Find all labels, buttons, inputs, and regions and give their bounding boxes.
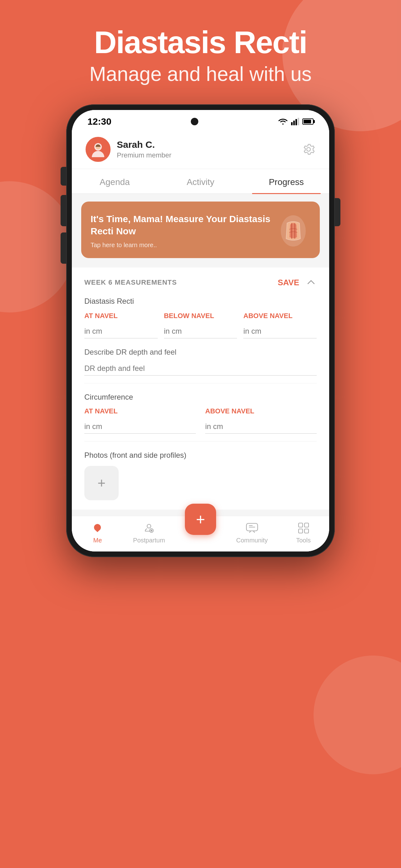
- app-title: Diastasis Recti: [0, 25, 401, 59]
- fab-plus-icon: +: [196, 512, 205, 527]
- banner-card[interactable]: It's Time, Mama! Measure Your Diastasis …: [81, 202, 320, 258]
- nav-postpartum[interactable]: Postpartum: [123, 522, 175, 544]
- dr-depth-input[interactable]: [84, 362, 317, 376]
- diastasis-columns: AT NAVEL BELOW NAVEL ABOVE NAVEL: [84, 312, 317, 338]
- user-header: Sarah C. Premium member: [72, 130, 329, 169]
- svg-rect-13: [304, 529, 308, 533]
- volume-up-button: [61, 195, 66, 226]
- wifi-icon: [278, 118, 288, 125]
- tab-progress[interactable]: Progress: [243, 169, 329, 193]
- status-bar: 12:30: [72, 110, 329, 130]
- battery-icon: [302, 118, 313, 125]
- fab-container: +: [185, 504, 216, 535]
- at-navel-input[interactable]: [84, 324, 158, 338]
- settings-icon[interactable]: [302, 143, 315, 156]
- signal-icon: [291, 118, 299, 125]
- phone-screen: 12:30: [72, 110, 329, 552]
- svg-rect-10: [299, 523, 303, 527]
- describe-label: Describe DR depth and feel: [84, 348, 317, 356]
- at-navel-label: AT NAVEL: [84, 312, 158, 320]
- bottom-nav: + Me: [72, 516, 329, 552]
- circ-above-navel-input[interactable]: [205, 420, 317, 434]
- add-photo-icon: +: [97, 475, 106, 491]
- nav-me[interactable]: Me: [72, 522, 123, 544]
- circumference-section: Circumference AT NAVEL ABOVE NAVEL: [84, 393, 317, 434]
- content-area: It's Time, Mama! Measure Your Diastasis …: [72, 194, 329, 516]
- nav-tools[interactable]: Tools: [278, 522, 329, 544]
- photos-label: Photos (front and side profiles): [84, 451, 317, 460]
- section-header: WEEK 6 MEASUREMENTS SAVE: [84, 277, 317, 288]
- circumference-label: Circumference: [84, 393, 317, 402]
- camera-notch: [191, 118, 198, 125]
- svg-rect-1: [293, 121, 295, 125]
- banner-text: It's Time, Mama! Measure Your Diastasis …: [91, 213, 271, 249]
- app-subtitle: Manage and heal with us: [0, 62, 401, 86]
- measurements-section: WEEK 6 MEASUREMENTS SAVE Diastasis: [72, 268, 329, 509]
- section-actions: SAVE: [278, 277, 317, 288]
- section-title: WEEK 6 MEASUREMENTS: [84, 278, 177, 286]
- at-navel-col: AT NAVEL: [84, 312, 158, 338]
- bg-decoration-bottom-right: [313, 655, 401, 774]
- circ-above-navel-col: ABOVE NAVEL: [205, 407, 317, 434]
- circumference-columns: AT NAVEL ABOVE NAVEL: [84, 407, 317, 434]
- circ-at-navel-label: AT NAVEL: [84, 407, 196, 415]
- above-navel-label: ABOVE NAVEL: [243, 312, 317, 320]
- diastasis-label: Diastasis Recti: [84, 297, 317, 306]
- power-button: [335, 198, 340, 226]
- user-role: Premium member: [117, 151, 171, 159]
- svg-rect-3: [298, 118, 299, 125]
- circ-above-navel-label: ABOVE NAVEL: [205, 407, 317, 415]
- nav-community-icon: [245, 522, 259, 534]
- divider-2: [84, 441, 317, 441]
- nav-tools-icon: [297, 522, 310, 534]
- user-name: Sarah C.: [117, 140, 171, 150]
- anatomy-image: [276, 214, 310, 248]
- divider-1: [84, 383, 317, 383]
- phone-mockup: 12:30: [0, 104, 401, 557]
- banner-title: It's Time, Mama! Measure Your Diastasis …: [91, 213, 271, 237]
- above-navel-input[interactable]: [243, 324, 317, 338]
- banner-subtitle: Tap here to learn more..: [91, 242, 271, 249]
- svg-rect-11: [304, 523, 308, 527]
- photos-section: Photos (front and side profiles) +: [84, 451, 317, 500]
- app-screen: Sarah C. Premium member Agenda: [72, 130, 329, 552]
- status-time: 12:30: [88, 116, 111, 127]
- circ-at-navel-input[interactable]: [84, 420, 196, 434]
- circ-at-navel-col: AT NAVEL: [84, 407, 196, 434]
- nav-me-label: Me: [93, 537, 102, 544]
- avatar: [86, 137, 110, 162]
- tab-agenda[interactable]: Agenda: [72, 169, 158, 193]
- fab-button[interactable]: +: [185, 504, 216, 535]
- below-navel-label: BELOW NAVEL: [164, 312, 237, 320]
- svg-rect-12: [299, 529, 303, 533]
- tabs-row: Agenda Activity Progress: [72, 169, 329, 194]
- tab-activity[interactable]: Activity: [158, 169, 244, 193]
- nav-community-label: Community: [236, 537, 268, 544]
- svg-rect-2: [295, 119, 297, 125]
- below-navel-input[interactable]: [164, 324, 237, 338]
- silent-button: [61, 167, 66, 186]
- nav-postpartum-icon: [142, 522, 156, 534]
- nav-tools-label: Tools: [296, 537, 311, 544]
- user-info: Sarah C. Premium member: [86, 137, 171, 162]
- phone-outer: 12:30: [66, 104, 335, 557]
- svg-point-7: [147, 524, 151, 528]
- status-icons: [278, 118, 313, 125]
- volume-down-button: [61, 232, 66, 264]
- collapse-button[interactable]: [305, 277, 317, 288]
- nav-me-icon: [91, 522, 104, 534]
- save-button[interactable]: SAVE: [278, 278, 299, 287]
- header-section: Diastasis Recti Manage and heal with us: [0, 0, 401, 104]
- svg-rect-0: [291, 122, 293, 125]
- nav-postpartum-label: Postpartum: [133, 537, 165, 544]
- below-navel-col: BELOW NAVEL: [164, 312, 237, 338]
- user-details: Sarah C. Premium member: [117, 140, 171, 159]
- add-photo-button[interactable]: +: [84, 466, 119, 500]
- above-navel-col: ABOVE NAVEL: [243, 312, 317, 338]
- nav-community[interactable]: Community: [226, 522, 278, 544]
